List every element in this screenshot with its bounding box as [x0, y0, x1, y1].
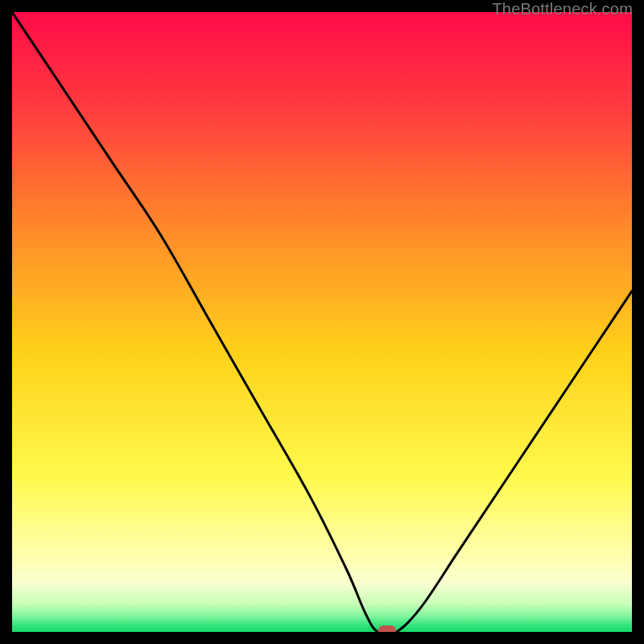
- watermark-text: TheBottleneck.com: [492, 0, 633, 19]
- chart-frame: TheBottleneck.com: [0, 0, 644, 644]
- chart-svg: [12, 12, 632, 632]
- gradient-background: [12, 12, 632, 632]
- optimum-marker: [378, 625, 396, 632]
- chart-plot-area: [12, 12, 632, 632]
